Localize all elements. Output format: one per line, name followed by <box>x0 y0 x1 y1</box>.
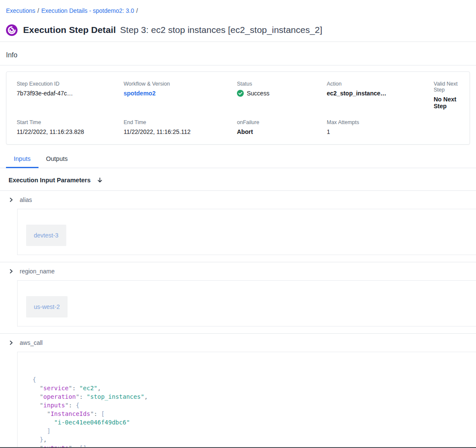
field-step-execution-id: Step Execution ID 7b73f93e-edaf-47c… <box>17 81 124 110</box>
status-text: Success <box>247 90 269 97</box>
field-value: 1 <box>327 128 434 135</box>
field-max-attempts: Max Attempts 1 <box>327 119 434 135</box>
chevron-right-icon[interactable] <box>9 340 14 345</box>
field-value: Abort <box>237 128 327 135</box>
field-label: Action <box>327 81 434 87</box>
field-value: 11/22/2022, 11:16:25.112 <box>124 128 237 135</box>
field-status: Status Success <box>237 81 327 110</box>
field-label: Status <box>237 81 327 87</box>
alias-value-chip: devtest-3 <box>26 225 66 246</box>
info-card: Step Execution ID 7b73f93e-edaf-47c… Wor… <box>6 71 470 145</box>
params-heading: Execution Input Parameters <box>9 177 91 184</box>
section-toggle-aws-call[interactable]: aws_call <box>0 334 476 352</box>
divider <box>0 42 476 42</box>
breadcrumb-link-executions[interactable]: Executions <box>6 7 35 14</box>
field-value: 7b73f93e-edaf-47c… <box>17 90 124 97</box>
field-label: Valid Next Step <box>434 81 459 93</box>
app-logo-icon <box>6 24 18 36</box>
section-panel: { "service": "ec2", "operation": "stop_i… <box>17 352 476 448</box>
chevron-right-icon[interactable] <box>9 269 14 274</box>
region-value-chip: us-west-2 <box>26 296 68 317</box>
field-label: Max Attempts <box>327 119 434 125</box>
field-empty <box>434 119 459 135</box>
field-workflow-version: Workflow & Version spotdemo2 <box>124 81 237 110</box>
param-section-aws-call: aws_call { "service": "ec2", "operation"… <box>0 333 476 448</box>
field-start-time: Start Time 11/22/2022, 11:16:23.828 <box>17 119 124 135</box>
field-value: 11/22/2022, 11:16:23.828 <box>17 128 124 135</box>
info-heading: Info <box>6 51 476 59</box>
chevron-right-icon[interactable] <box>9 197 14 202</box>
section-name: region_name <box>20 268 55 275</box>
field-valid-next-step: Valid Next Step No Next Step <box>434 81 459 110</box>
breadcrumb-separator: / <box>134 7 140 14</box>
field-end-time: End Time 11/22/2022, 11:16:25.112 <box>124 119 237 135</box>
tabs-bar: Inputs Outputs <box>0 151 476 168</box>
field-label: End Time <box>124 119 237 125</box>
field-label: Workflow & Version <box>124 81 237 87</box>
field-value: No Next Step <box>434 96 459 110</box>
workflow-link[interactable]: spotdemo2 <box>124 90 237 97</box>
section-name: alias <box>20 196 32 203</box>
section-toggle-alias[interactable]: alias <box>0 191 476 209</box>
field-label: Start Time <box>17 119 124 125</box>
success-check-icon <box>237 90 244 97</box>
page-title: Execution Step Detail <box>23 25 116 35</box>
field-label: onFailure <box>237 119 327 125</box>
field-label: Step Execution ID <box>17 81 124 87</box>
divider <box>0 65 476 65</box>
page-header: Execution Step Detail Step 3: ec2 stop i… <box>6 23 476 37</box>
info-row: Start Time 11/22/2022, 11:16:23.828 End … <box>17 119 459 135</box>
section-toggle-region-name[interactable]: region_name <box>0 262 476 280</box>
page-subtitle: Step 3: ec2 stop instances [ec2_stop_ins… <box>120 25 322 35</box>
download-icon[interactable] <box>97 177 103 184</box>
status-badge: Success <box>237 90 327 97</box>
field-value: ec2_stop_instance… <box>327 90 434 97</box>
field-onfailure: onFailure Abort <box>237 119 327 135</box>
section-name: aws_call <box>20 339 43 346</box>
tab-inputs[interactable]: Inputs <box>6 151 38 168</box>
param-section-region-name: region_name us-west-2 <box>0 262 476 326</box>
section-panel: us-west-2 <box>17 280 476 326</box>
tab-outputs[interactable]: Outputs <box>38 151 76 168</box>
json-code: { "service": "ec2", "operation": "stop_i… <box>18 352 476 448</box>
params-heading-row: Execution Input Parameters <box>0 177 476 191</box>
breadcrumb-link-execution-details[interactable]: Execution Details - spotdemo2: 3.0 <box>41 7 134 14</box>
breadcrumb-separator: / <box>35 7 41 14</box>
param-section-alias: alias devtest-3 <box>0 191 476 255</box>
breadcrumb: Executions / Execution Details - spotdem… <box>6 7 476 15</box>
field-action: Action ec2_stop_instance… <box>327 81 434 110</box>
info-row: Step Execution ID 7b73f93e-edaf-47c… Wor… <box>17 81 459 110</box>
section-panel: devtest-3 <box>17 209 476 255</box>
